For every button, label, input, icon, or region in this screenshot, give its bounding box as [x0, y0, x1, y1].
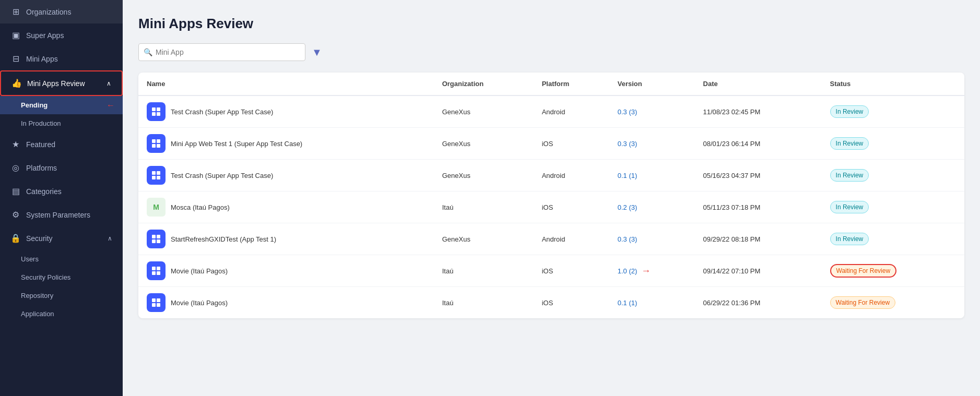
version-link[interactable]: 1.0 (2) — [618, 267, 637, 275]
app-version: 0.1 (1) — [609, 160, 695, 191]
app-status: In Review — [822, 223, 964, 255]
app-version: 0.1 (1) — [609, 287, 695, 319]
app-status: Waiting For Review — [822, 287, 964, 319]
sidebar-item-categories[interactable]: ▤ Categories — [0, 179, 123, 203]
sidebar-item-mini-apps[interactable]: ⊟ Mini Apps — [0, 47, 123, 70]
application-label: Application — [21, 310, 54, 318]
app-platform: Android — [534, 160, 609, 191]
svg-rect-6 — [152, 144, 156, 148]
table-row: Test Crash (Super App Test Case)GeneXusA… — [138, 160, 964, 191]
status-badge: In Review — [830, 105, 869, 118]
pending-label: Pending — [21, 101, 48, 109]
sidebar-item-label: Featured — [26, 140, 112, 149]
sidebar-item-super-apps[interactable]: ▣ Super Apps — [0, 23, 123, 47]
version-link[interactable]: 0.3 (3) — [618, 140, 637, 148]
sidebar-sub-item-repository[interactable]: Repository — [0, 286, 123, 305]
chevron-up-icon: ∧ — [108, 235, 112, 242]
app-icon — [147, 166, 166, 185]
app-organization: GeneXus — [434, 160, 534, 191]
users-label: Users — [21, 255, 39, 263]
sidebar-item-featured[interactable]: ★ Featured — [0, 133, 123, 156]
sidebar-sub-item-users[interactable]: Users — [0, 250, 123, 268]
sidebar-item-organizations[interactable]: ⊞ Organizations — [0, 0, 123, 23]
svg-rect-13 — [157, 235, 160, 238]
app-organization: Itaú — [434, 191, 534, 223]
svg-rect-9 — [157, 171, 160, 175]
svg-rect-23 — [157, 303, 160, 307]
sidebar-sub-item-pending[interactable]: Pending ← — [0, 96, 123, 114]
version-link[interactable]: 0.3 (3) — [618, 108, 637, 116]
filter-icon[interactable]: ▼ — [312, 46, 322, 58]
sidebar-sub-item-application[interactable]: Application — [0, 305, 123, 323]
search-wrapper: 🔍 — [138, 43, 305, 61]
table-row: Movie (Itaú Pagos)ItaúiOS1.0 (2)→09/14/2… — [138, 255, 964, 287]
table-row: Movie (Itaú Pagos)ItaúiOS0.1 (1)06/29/22… — [138, 287, 964, 319]
app-icon — [147, 293, 166, 312]
search-input[interactable] — [138, 43, 305, 61]
arrow-icon: ← — [107, 101, 115, 110]
app-version: 0.3 (3) — [609, 128, 695, 160]
sidebar-item-label: Mini Apps Review — [27, 79, 101, 88]
svg-rect-11 — [157, 176, 160, 179]
app-platform: iOS — [534, 287, 609, 319]
sidebar-item-system-parameters[interactable]: ⚙ System Parameters — [0, 203, 123, 226]
sidebar-sub-item-in-production[interactable]: In Production — [0, 114, 123, 133]
sidebar-item-platforms[interactable]: ◎ Platforms — [0, 156, 123, 179]
col-name: Name — [138, 73, 434, 95]
search-icon: 🔍 — [144, 48, 152, 56]
sidebar-item-label: Security — [26, 234, 102, 243]
repository-label: Repository — [21, 292, 53, 299]
table-row: StartRefreshGXIDTest (App Test 1)GeneXus… — [138, 223, 964, 255]
status-badge: Waiting For Review — [830, 296, 896, 309]
app-version: 0.3 (3) — [609, 223, 695, 255]
status-badge: In Review — [830, 233, 869, 245]
version-link[interactable]: 0.1 (1) — [618, 299, 637, 307]
mini-apps-review-icon: 👍 — [11, 78, 22, 88]
svg-rect-1 — [157, 107, 160, 111]
table-row: Mini App Web Test 1 (Super App Test Case… — [138, 128, 964, 160]
app-name: Test Crash (Super App Test Case) — [171, 172, 273, 179]
app-status: In Review — [822, 160, 964, 191]
svg-rect-12 — [152, 235, 156, 238]
security-policies-label: Security Policies — [21, 273, 70, 281]
app-platform: Android — [534, 95, 609, 128]
app-icon: M — [147, 198, 166, 217]
app-name: StartRefreshGXIDTest (App Test 1) — [171, 235, 276, 243]
app-version: 0.2 (3) — [609, 191, 695, 223]
sidebar-item-mini-apps-review[interactable]: 👍 Mini Apps Review ∧ — [0, 70, 123, 96]
svg-rect-2 — [152, 112, 156, 116]
app-name-cell: Movie (Itaú Pagos) — [147, 261, 426, 280]
app-name: Movie (Itaú Pagos) — [171, 299, 228, 307]
app-name-cell: Movie (Itaú Pagos) — [147, 293, 426, 312]
table-header-row: Name Organization Platform Version Date … — [138, 73, 964, 95]
status-badge: In Review — [830, 201, 869, 213]
svg-rect-22 — [152, 303, 156, 307]
svg-rect-10 — [152, 176, 156, 179]
security-icon: 🔒 — [10, 233, 21, 243]
version-link[interactable]: 0.3 (3) — [618, 235, 637, 243]
app-name-cell: Test Crash (Super App Test Case) — [147, 166, 426, 185]
version-link[interactable]: 0.2 (3) — [618, 203, 637, 211]
sidebar-sub-item-security-policies[interactable]: Security Policies — [0, 268, 123, 286]
col-status: Status — [822, 73, 964, 95]
organizations-icon: ⊞ — [10, 7, 21, 17]
sidebar-item-security[interactable]: 🔒 Security ∧ — [0, 226, 123, 250]
version-link[interactable]: 0.1 (1) — [618, 172, 637, 179]
app-icon — [147, 134, 166, 153]
platforms-icon: ◎ — [10, 163, 21, 173]
app-name-cell: StartRefreshGXIDTest (App Test 1) — [147, 230, 426, 248]
table-card: Name Organization Platform Version Date … — [138, 73, 964, 318]
app-platform: Android — [534, 223, 609, 255]
sidebar-item-label: Organizations — [26, 8, 112, 16]
main-content: Mini Apps Review 🔍 ▼ Name Organization P… — [123, 0, 980, 396]
svg-rect-15 — [157, 239, 160, 243]
app-organization: Itaú — [434, 287, 534, 319]
chevron-up-icon: ∧ — [107, 80, 111, 87]
table-row: MMosca (Itaú Pagos)ItaúiOS0.2 (3)05/11/2… — [138, 191, 964, 223]
sidebar: ⊞ Organizations ▣ Super Apps ⊟ Mini Apps… — [0, 0, 123, 396]
col-version: Version — [609, 73, 695, 95]
app-date: 08/01/23 06:14 PM — [695, 128, 822, 160]
sidebar-item-label: System Parameters — [26, 211, 112, 219]
app-date: 11/08/23 02:45 PM — [695, 95, 822, 128]
svg-rect-8 — [152, 171, 156, 175]
